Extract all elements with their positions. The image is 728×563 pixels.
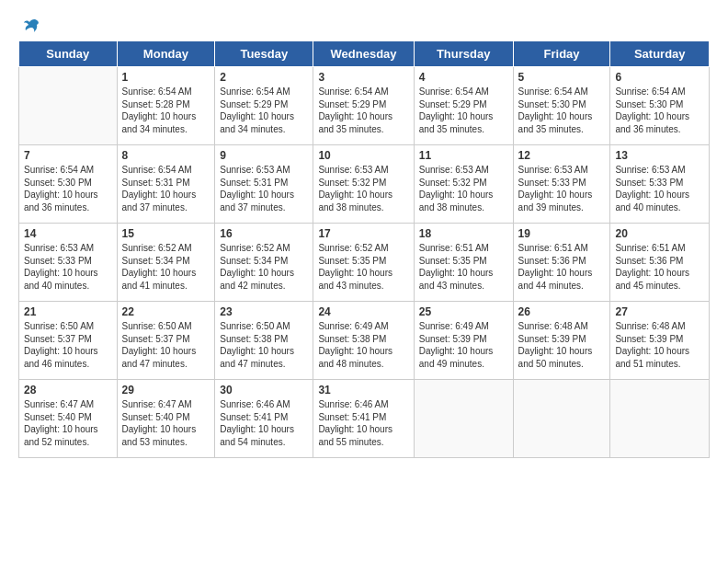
calendar-cell: 1Sunrise: 6:54 AMSunset: 5:28 PMDaylight… [117, 67, 215, 145]
calendar-cell [610, 380, 710, 458]
day-info: Sunrise: 6:51 AMSunset: 5:36 PMDaylight:… [518, 242, 606, 292]
day-info: Sunrise: 6:53 AMSunset: 5:33 PMDaylight:… [24, 242, 112, 292]
calendar-cell: 12Sunrise: 6:53 AMSunset: 5:33 PMDayligh… [513, 145, 610, 224]
calendar-header-row: SundayMondayTuesdayWednesdayThursdayFrid… [19, 41, 710, 67]
calendar-cell: 25Sunrise: 6:49 AMSunset: 5:39 PMDayligh… [414, 302, 513, 380]
calendar-cell: 24Sunrise: 6:49 AMSunset: 5:38 PMDayligh… [313, 302, 414, 380]
calendar-cell: 19Sunrise: 6:51 AMSunset: 5:36 PMDayligh… [513, 224, 610, 302]
calendar-cell: 15Sunrise: 6:52 AMSunset: 5:34 PMDayligh… [117, 224, 215, 302]
calendar-header-monday: Monday [117, 41, 215, 67]
calendar-cell: 4Sunrise: 6:54 AMSunset: 5:29 PMDaylight… [414, 67, 513, 145]
calendar-cell: 27Sunrise: 6:48 AMSunset: 5:39 PMDayligh… [610, 302, 710, 380]
day-info: Sunrise: 6:46 AMSunset: 5:41 PMDaylight:… [220, 398, 308, 448]
day-number: 27 [615, 305, 704, 318]
day-number: 2 [220, 71, 308, 84]
calendar-cell: 5Sunrise: 6:54 AMSunset: 5:30 PMDaylight… [513, 67, 610, 145]
day-number: 15 [122, 227, 210, 240]
calendar-header-sunday: Sunday [19, 41, 118, 67]
calendar-week-2: 7Sunrise: 6:54 AMSunset: 5:30 PMDaylight… [19, 145, 710, 224]
day-info: Sunrise: 6:51 AMSunset: 5:36 PMDaylight:… [615, 242, 704, 292]
day-info: Sunrise: 6:48 AMSunset: 5:39 PMDaylight:… [518, 320, 606, 370]
day-info: Sunrise: 6:54 AMSunset: 5:30 PMDaylight:… [615, 86, 704, 135]
calendar-cell: 18Sunrise: 6:51 AMSunset: 5:35 PMDayligh… [414, 224, 513, 302]
day-info: Sunrise: 6:47 AMSunset: 5:40 PMDaylight:… [122, 398, 210, 448]
day-info: Sunrise: 6:53 AMSunset: 5:32 PMDaylight:… [318, 164, 408, 213]
calendar-cell [513, 380, 610, 458]
day-number: 10 [318, 149, 408, 162]
day-number: 9 [220, 149, 308, 162]
day-number: 4 [419, 71, 508, 84]
day-info: Sunrise: 6:47 AMSunset: 5:40 PMDaylight:… [24, 398, 112, 448]
calendar-cell: 8Sunrise: 6:54 AMSunset: 5:31 PMDaylight… [117, 145, 215, 224]
calendar-cell: 26Sunrise: 6:48 AMSunset: 5:39 PMDayligh… [513, 302, 610, 380]
calendar-week-5: 28Sunrise: 6:47 AMSunset: 5:40 PMDayligh… [19, 380, 710, 458]
calendar-week-1: 1Sunrise: 6:54 AMSunset: 5:28 PMDaylight… [19, 67, 710, 145]
day-number: 29 [122, 384, 210, 396]
day-number: 12 [518, 149, 606, 162]
day-number: 1 [122, 71, 210, 84]
day-info: Sunrise: 6:48 AMSunset: 5:39 PMDaylight:… [615, 320, 704, 370]
day-number: 16 [220, 227, 308, 240]
day-number: 31 [318, 384, 408, 396]
calendar-body: 1Sunrise: 6:54 AMSunset: 5:28 PMDaylight… [19, 67, 710, 458]
day-number: 19 [518, 227, 606, 240]
day-number: 5 [518, 71, 606, 84]
calendar-cell [414, 380, 513, 458]
header [18, 18, 710, 33]
day-number: 13 [615, 149, 704, 162]
day-info: Sunrise: 6:54 AMSunset: 5:31 PMDaylight:… [122, 164, 210, 213]
calendar-cell: 28Sunrise: 6:47 AMSunset: 5:40 PMDayligh… [19, 380, 118, 458]
day-info: Sunrise: 6:52 AMSunset: 5:34 PMDaylight:… [122, 242, 210, 292]
day-number: 17 [318, 227, 408, 240]
calendar-cell: 29Sunrise: 6:47 AMSunset: 5:40 PMDayligh… [117, 380, 215, 458]
day-info: Sunrise: 6:49 AMSunset: 5:39 PMDaylight:… [419, 320, 508, 370]
day-number: 25 [419, 305, 508, 318]
calendar-cell: 21Sunrise: 6:50 AMSunset: 5:37 PMDayligh… [19, 302, 118, 380]
day-number: 23 [220, 305, 308, 318]
day-info: Sunrise: 6:54 AMSunset: 5:28 PMDaylight:… [122, 86, 210, 135]
day-number: 22 [122, 305, 210, 318]
page-container: SundayMondayTuesdayWednesdayThursdayFrid… [0, 0, 728, 467]
day-number: 6 [615, 71, 704, 84]
calendar-cell: 10Sunrise: 6:53 AMSunset: 5:32 PMDayligh… [313, 145, 414, 224]
calendar-cell: 22Sunrise: 6:50 AMSunset: 5:37 PMDayligh… [117, 302, 215, 380]
calendar-header-saturday: Saturday [610, 41, 710, 67]
logo-bird-icon [20, 17, 40, 37]
day-info: Sunrise: 6:53 AMSunset: 5:32 PMDaylight:… [419, 164, 508, 213]
calendar-cell: 2Sunrise: 6:54 AMSunset: 5:29 PMDaylight… [215, 67, 313, 145]
calendar-week-3: 14Sunrise: 6:53 AMSunset: 5:33 PMDayligh… [19, 224, 710, 302]
calendar-cell: 23Sunrise: 6:50 AMSunset: 5:38 PMDayligh… [215, 302, 313, 380]
day-info: Sunrise: 6:52 AMSunset: 5:34 PMDaylight:… [220, 242, 308, 292]
calendar-cell: 7Sunrise: 6:54 AMSunset: 5:30 PMDaylight… [19, 145, 118, 224]
calendar-cell: 17Sunrise: 6:52 AMSunset: 5:35 PMDayligh… [313, 224, 414, 302]
day-info: Sunrise: 6:50 AMSunset: 5:38 PMDaylight:… [220, 320, 308, 370]
calendar-cell: 11Sunrise: 6:53 AMSunset: 5:32 PMDayligh… [414, 145, 513, 224]
calendar-cell: 30Sunrise: 6:46 AMSunset: 5:41 PMDayligh… [215, 380, 313, 458]
day-number: 24 [318, 305, 408, 318]
day-number: 11 [419, 149, 508, 162]
calendar-header-tuesday: Tuesday [215, 41, 313, 67]
day-number: 28 [24, 384, 112, 396]
calendar-cell: 13Sunrise: 6:53 AMSunset: 5:33 PMDayligh… [610, 145, 710, 224]
calendar-week-4: 21Sunrise: 6:50 AMSunset: 5:37 PMDayligh… [19, 302, 710, 380]
calendar-cell [19, 67, 118, 145]
day-info: Sunrise: 6:53 AMSunset: 5:33 PMDaylight:… [518, 164, 606, 213]
calendar-cell: 31Sunrise: 6:46 AMSunset: 5:41 PMDayligh… [313, 380, 414, 458]
day-info: Sunrise: 6:51 AMSunset: 5:35 PMDaylight:… [419, 242, 508, 292]
day-number: 20 [615, 227, 704, 240]
day-info: Sunrise: 6:54 AMSunset: 5:29 PMDaylight:… [220, 86, 308, 135]
day-info: Sunrise: 6:46 AMSunset: 5:41 PMDaylight:… [318, 398, 408, 448]
calendar-cell: 16Sunrise: 6:52 AMSunset: 5:34 PMDayligh… [215, 224, 313, 302]
calendar-cell: 6Sunrise: 6:54 AMSunset: 5:30 PMDaylight… [610, 67, 710, 145]
day-info: Sunrise: 6:54 AMSunset: 5:29 PMDaylight:… [318, 86, 408, 135]
day-info: Sunrise: 6:53 AMSunset: 5:31 PMDaylight:… [220, 164, 308, 213]
day-info: Sunrise: 6:49 AMSunset: 5:38 PMDaylight:… [318, 320, 408, 370]
day-number: 7 [24, 149, 112, 162]
calendar-cell: 20Sunrise: 6:51 AMSunset: 5:36 PMDayligh… [610, 224, 710, 302]
day-info: Sunrise: 6:52 AMSunset: 5:35 PMDaylight:… [318, 242, 408, 292]
calendar-header-friday: Friday [513, 41, 610, 67]
day-number: 3 [318, 71, 408, 84]
day-info: Sunrise: 6:54 AMSunset: 5:30 PMDaylight:… [24, 164, 112, 213]
calendar-header-wednesday: Wednesday [313, 41, 414, 67]
day-number: 26 [518, 305, 606, 318]
